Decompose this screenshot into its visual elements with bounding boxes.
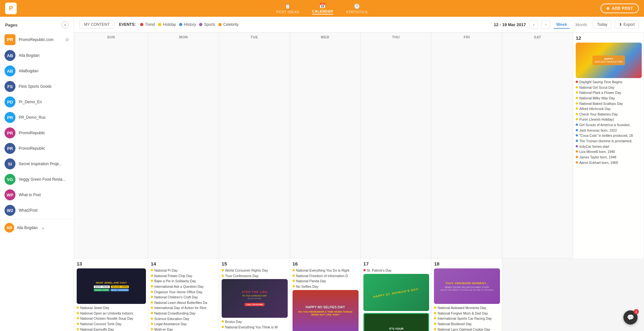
event-item: National Open an Umbrella Indoors <box>77 311 146 316</box>
add-post-label: ADD POST <box>612 6 633 11</box>
event-item: True Confessions Day <box>222 274 288 278</box>
chat-widget[interactable]: 💬 1 <box>623 310 638 325</box>
user-chevron-icon: ▲ <box>42 226 45 230</box>
lucky-day-card[interactable]: IT'S YOUR LUCKY DAY <box>363 313 429 331</box>
day-17: 17 St. Patrick's Day HAPPY ST. PATRICK'S… <box>361 258 432 331</box>
week-view-button[interactable]: Week <box>553 21 570 29</box>
st-patricks-card[interactable]: HAPPY ST. PATRICK'S DAY! <box>363 274 429 311</box>
filter-celebrity[interactable]: Celebrity <box>218 22 238 27</box>
event-item: International Ask a Question Day <box>151 285 217 289</box>
event-item: National Children's Craft Day <box>151 295 217 300</box>
day-14: 14 National Pi Day National Potato Chip … <box>148 258 219 331</box>
export-icon: ⬇ <box>619 22 622 27</box>
event-item: Daylight Saving Time Begins <box>576 80 642 85</box>
event-item: Alfred Hitchcock Day <box>576 107 642 111</box>
event-item: Liza Minnelli born, 1946 <box>576 150 642 154</box>
event-item: National Panda Day <box>293 279 359 284</box>
sidebar-item-promrepublic[interactable]: PR PromoRepublic.com ⚙ <box>0 32 74 48</box>
header-wed: WED <box>290 33 361 258</box>
day-num-12: 12 <box>576 35 642 41</box>
event-item: National Chicken Noodle Soup Day <box>77 316 146 321</box>
nav-center: 📋 POST IDEAS 📅 CALENDAR 🕐 STATISTICS <box>276 3 368 15</box>
promrepublic-ig-avatar: PR <box>5 127 15 138</box>
header-mon: MON <box>148 33 219 258</box>
day-15: 15 World Consumer Rights Day True Confes… <box>219 258 290 331</box>
event-dot <box>151 269 153 271</box>
sidebar-item-secret[interactable]: SI Secret Inspiration Proje... <box>0 156 74 172</box>
event-item: National Jewel Day <box>77 306 146 310</box>
filter-history[interactable]: History <box>179 22 196 27</box>
add-page-button[interactable]: + <box>62 21 69 28</box>
sidebar-item-allabogdan-tw[interactable]: AB AllaBogdan <box>0 63 74 79</box>
awkward-moment-card[interactable]: THAT AWKWARD MOMENT... WHEN YOU'RE TELLI… <box>434 268 500 304</box>
sidebar-item-prdemo-rus[interactable]: PR PR_Demo_Rus <box>0 110 74 125</box>
my-content-button[interactable]: MY CONTENT <box>79 20 114 29</box>
trend-dot <box>140 23 143 26</box>
what2post-label: What2Post <box>19 208 69 213</box>
event-item: Moth-er Day <box>151 327 217 331</box>
promrepublic-label: PromoRepublic.com <box>19 37 62 42</box>
today-button[interactable]: Today <box>593 20 611 29</box>
sports-dot <box>199 23 202 26</box>
filter-sports[interactable]: Sports <box>199 22 215 27</box>
holiday-label: Holiday <box>163 22 176 27</box>
event-dot <box>576 97 578 99</box>
day-num-14: 14 <box>151 261 217 266</box>
event-dot <box>576 124 578 126</box>
history-label: History <box>184 22 196 27</box>
export-button[interactable]: ⬇ Export <box>615 20 639 29</box>
sidebar-item-promrepublic-fb[interactable]: PR PromoRepublic <box>0 141 74 156</box>
sidebar-user[interactable]: AB Alla Bogdan ▲ <box>0 219 74 236</box>
sidebar-item-promrepublic-ig[interactable]: PR PromoRepublic <box>0 125 74 141</box>
daylight-savings-card[interactable]: HAPPY DAYLIGHT SAVINGS TIME <box>576 43 642 78</box>
event-dot <box>576 107 578 110</box>
sidebar-item-veggy[interactable]: VG Veggy Green Food Resta... <box>0 172 74 187</box>
event-item: Science Education Day <box>151 317 217 321</box>
jewel-day-card[interactable]: WHAT JEWEL ARE YOU? WHITE - PEARL YELLOW… <box>77 268 146 304</box>
sidebar-item-prdemo-en[interactable]: PD Pr_Demo_En <box>0 94 74 110</box>
day-13: 13 WHAT JEWEL ARE YOU? WHITE - PEARL YEL… <box>74 258 148 331</box>
user-name: Alla Bogdan <box>17 226 38 230</box>
sidebar-item-alla-bogdan[interactable]: AB Alla Bogdan <box>0 48 74 63</box>
event-dot <box>576 91 578 94</box>
filter-holiday[interactable]: Holiday <box>158 22 176 27</box>
header-sun: SUN <box>74 33 148 258</box>
nav-statistics[interactable]: 🕐 STATISTICS <box>346 3 368 14</box>
event-dot <box>151 285 153 287</box>
next-week-button[interactable]: › <box>541 20 550 29</box>
event-item: Aaron Eckhart born, 1968 <box>576 161 642 165</box>
event-dot <box>434 328 436 330</box>
nav-calendar[interactable]: 📅 CALENDAR <box>312 3 333 15</box>
prev-week-button[interactable]: ‹ <box>529 20 538 29</box>
event-dot <box>576 140 578 142</box>
sidebar-item-flios[interactable]: FS Flios Sports Goods <box>0 79 74 94</box>
chat-icon: 💬 <box>627 314 634 321</box>
gear-icon[interactable]: ⚙ <box>65 37 69 42</box>
event-item: National Awkward Moments Day <box>434 306 500 310</box>
event-item: National Lacy Oatmeal Cookie Day <box>434 327 500 331</box>
event-dot <box>151 317 153 320</box>
veggy-label: Veggy Green Food Resta... <box>19 177 69 182</box>
event-dot <box>576 113 578 115</box>
secret-label: Secret Inspiration Proje... <box>19 162 69 166</box>
event-item: National Crowdfunding Day <box>151 311 217 316</box>
pages-label: Pages <box>5 23 17 27</box>
filter-trend[interactable]: Trend <box>140 22 155 27</box>
add-post-button[interactable]: ⊕ ADD POST <box>601 4 639 13</box>
calendar-scroll[interactable]: SUN MON TUE WED THU FRI SAT 12 HAPPY DAY… <box>74 33 644 331</box>
day-num-13: 13 <box>77 261 146 266</box>
sidebar-item-what-to-post[interactable]: WP What to Post <box>0 187 74 203</box>
event-dot <box>222 326 224 328</box>
nav-post-ideas[interactable]: 📋 POST IDEAS <box>276 3 299 14</box>
logo[interactable]: P <box>5 3 17 14</box>
event-dot <box>576 161 578 164</box>
event-item: National Coconut Torte Day <box>77 322 146 326</box>
nav-post-ideas-label: POST IDEAS <box>276 10 299 14</box>
event-item: Bake a Pie in Solidarity Day <box>151 279 217 284</box>
month-view-button[interactable]: Month <box>573 21 590 28</box>
sidebar-item-what2post[interactable]: W2 What2Post <box>0 203 74 218</box>
event-item: "Coca-Cola" in bottles produced, 18 <box>576 134 642 138</box>
calendar-grid: SUN MON TUE WED THU FRI SAT 12 HAPPY DAY… <box>74 33 644 331</box>
true-confession-card[interactable]: STOP THE LIES It's True confession DAY j… <box>222 279 288 318</box>
no-selfies-card[interactable]: HAPPY NO SELFIES DAY! DO YOU REMEMBER A … <box>293 290 359 331</box>
